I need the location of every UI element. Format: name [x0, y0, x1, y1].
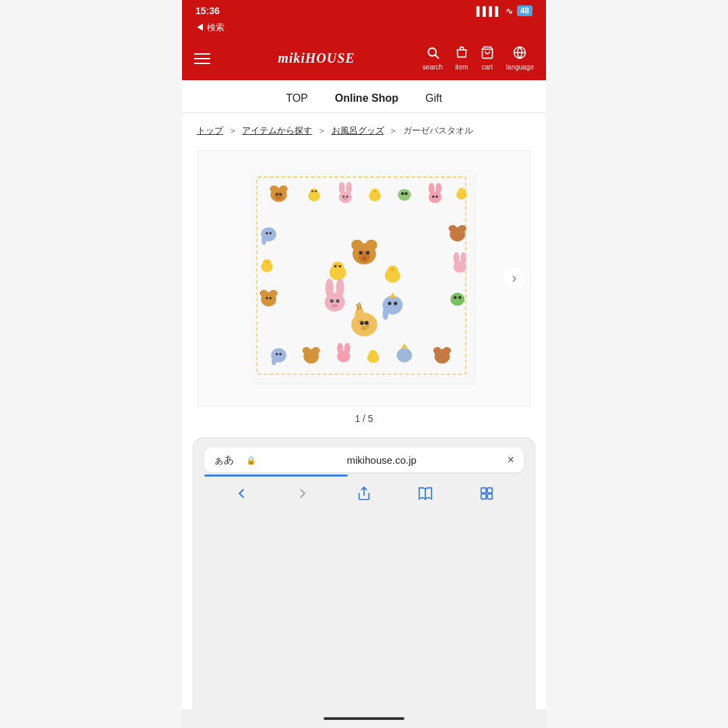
browser-area: ぁあ 🔒 mikihouse.co.jp × — [193, 437, 535, 709]
svg-point-63 — [279, 353, 282, 356]
breadcrumb-top[interactable]: トップ — [197, 125, 223, 135]
svg-point-58 — [454, 296, 456, 299]
svg-point-14 — [276, 196, 280, 199]
svg-point-53 — [458, 225, 466, 233]
nav-tabs: TOP Online Shop Gift — [182, 80, 546, 113]
signal-icon: ▌▌▌▌ — [477, 6, 502, 16]
breadcrumb-bath[interactable]: お風呂グッズ — [332, 125, 384, 135]
product-image-area: › — [197, 150, 531, 406]
tab-top[interactable]: TOP — [286, 92, 308, 104]
tab-gift[interactable]: Gift — [425, 92, 442, 104]
svg-point-38 — [458, 188, 465, 195]
breadcrumb-items[interactable]: アイテムから探す — [242, 125, 312, 135]
back-label[interactable]: ◀ 検索 — [195, 22, 224, 32]
browser-forward-button[interactable] — [295, 486, 310, 505]
svg-point-22 — [346, 182, 352, 194]
browser-back-button[interactable] — [234, 486, 249, 505]
next-image-arrow[interactable]: › — [504, 268, 525, 289]
breadcrumb: トップ ＞ アイテムから探す ＞ お風呂グッズ ＞ ガーゼバスタオル — [182, 113, 546, 144]
svg-point-21 — [338, 182, 344, 194]
svg-line-1 — [435, 55, 439, 59]
image-counter: 1 / 5 — [182, 413, 546, 424]
svg-point-12 — [276, 193, 278, 195]
svg-point-57 — [450, 293, 464, 305]
search-icon — [426, 46, 439, 61]
item-label: item — [455, 63, 468, 71]
svg-point-92 — [330, 299, 333, 303]
svg-point-19 — [315, 191, 317, 193]
language-label: language — [506, 63, 534, 71]
svg-point-49 — [266, 297, 268, 300]
browser-share-button[interactable] — [357, 486, 371, 505]
wifi-icon: ∿ — [506, 6, 513, 16]
svg-rect-115 — [481, 494, 485, 499]
svg-rect-116 — [487, 494, 491, 499]
url-display[interactable]: mikihouse.co.jp — [264, 454, 499, 466]
svg-point-75 — [433, 347, 441, 355]
svg-point-16 — [309, 188, 317, 195]
svg-point-88 — [338, 265, 341, 268]
svg-point-24 — [346, 195, 348, 198]
product-image — [198, 151, 530, 406]
language-button[interactable]: language — [506, 46, 534, 71]
svg-point-66 — [311, 347, 320, 355]
logo: mikiHOUSE — [278, 51, 355, 66]
svg-rect-114 — [487, 488, 491, 493]
back-nav[interactable]: ◀ 検索 — [182, 19, 546, 39]
hamburger-menu[interactable] — [194, 53, 210, 64]
svg-point-35 — [432, 195, 435, 198]
svg-point-109 — [367, 324, 370, 327]
svg-point-72 — [396, 348, 412, 363]
lock-icon: 🔒 — [246, 456, 256, 465]
svg-point-36 — [435, 195, 438, 198]
item-icon — [455, 46, 468, 61]
cart-button[interactable]: cart — [481, 46, 494, 71]
svg-point-79 — [365, 240, 377, 251]
battery-badge: 48 — [517, 5, 533, 16]
svg-point-56 — [460, 252, 466, 264]
svg-point-9 — [270, 185, 278, 193]
svg-point-10 — [279, 185, 287, 193]
svg-point-83 — [361, 257, 366, 260]
browser-bookmarks-button[interactable] — [418, 486, 433, 505]
svg-line-111 — [359, 303, 361, 308]
svg-point-108 — [359, 320, 362, 322]
svg-point-34 — [435, 183, 442, 194]
svg-point-68 — [337, 343, 343, 354]
header: mikiHOUSE search item — [182, 39, 546, 80]
item-button[interactable]: item — [455, 46, 468, 71]
svg-point-31 — [404, 192, 407, 195]
svg-point-107 — [361, 326, 368, 330]
search-button[interactable]: search — [423, 46, 443, 71]
svg-line-110 — [357, 305, 358, 309]
svg-point-71 — [369, 350, 377, 357]
svg-point-81 — [359, 251, 362, 254]
logo-text: mikiHOUSE — [278, 51, 355, 65]
svg-point-59 — [458, 296, 461, 299]
tab-online-shop[interactable]: Online Shop — [335, 92, 398, 104]
font-size-label[interactable]: ぁあ — [214, 454, 238, 466]
svg-point-13 — [279, 193, 282, 195]
svg-point-91 — [336, 278, 344, 297]
svg-point-23 — [342, 195, 345, 198]
svg-point-99 — [382, 308, 388, 320]
svg-point-93 — [336, 299, 339, 303]
home-indicator — [182, 709, 546, 728]
svg-point-52 — [448, 225, 456, 233]
browser-toolbar — [204, 477, 524, 510]
svg-point-27 — [371, 188, 379, 195]
cart-label: cart — [482, 63, 493, 71]
home-bar — [324, 717, 404, 720]
svg-point-82 — [366, 251, 369, 254]
svg-rect-113 — [481, 488, 485, 493]
svg-point-90 — [325, 278, 333, 297]
browser-tabs-button[interactable] — [479, 486, 494, 505]
svg-point-42 — [269, 232, 272, 235]
status-right: ▌▌▌▌ ∿ 48 — [477, 5, 533, 16]
svg-point-94 — [332, 304, 338, 307]
search-label: search — [423, 63, 443, 71]
svg-point-100 — [388, 302, 391, 305]
header-icons: search item — [423, 46, 534, 71]
browser-close-button[interactable]: × — [507, 453, 514, 467]
svg-point-55 — [453, 252, 459, 264]
